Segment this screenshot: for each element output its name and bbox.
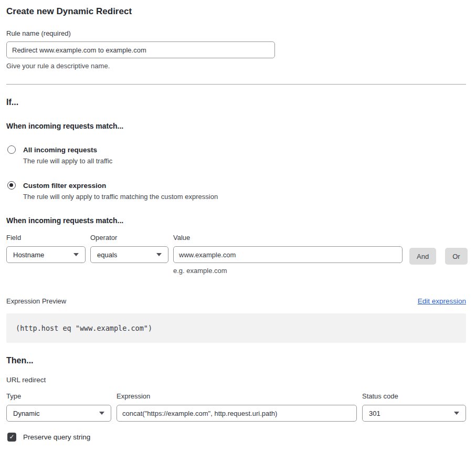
radio-label: All incoming requests bbox=[23, 145, 112, 155]
if-heading: If... bbox=[6, 98, 466, 107]
operator-label: Operator bbox=[90, 234, 168, 242]
field-label: Field bbox=[6, 234, 86, 242]
action-type-label: URL redirect bbox=[6, 376, 466, 384]
section-divider bbox=[6, 84, 466, 85]
radio-button-unchecked[interactable] bbox=[7, 145, 16, 154]
then-heading: Then... bbox=[6, 356, 466, 365]
status-code-select[interactable]: 301 bbox=[362, 405, 466, 422]
match-heading: When incoming requests match... bbox=[6, 122, 466, 130]
value-label: Value bbox=[173, 234, 403, 242]
create-redirect-form: Create new Dynamic Redirect Rule name (r… bbox=[0, 0, 476, 451]
preserve-query-string-label: Preserve query string bbox=[23, 433, 90, 441]
type-label: Type bbox=[6, 392, 111, 400]
status-code-value: 301 bbox=[369, 410, 380, 417]
filter-match-heading: When incoming requests match... bbox=[6, 216, 466, 225]
field-select[interactable]: Hostname bbox=[6, 246, 86, 263]
checkbox-checked[interactable]: ✓ bbox=[7, 433, 16, 442]
chevron-down-icon bbox=[454, 412, 459, 415]
radio-description: The rule will apply to all traffic bbox=[23, 156, 112, 166]
radio-label: Custom filter expression bbox=[23, 181, 218, 191]
page-title: Create new Dynamic Redirect bbox=[6, 6, 466, 17]
redirect-config-row: Type Dynamic Expression Status code 301 bbox=[6, 392, 466, 422]
filter-builder-row: Field Hostname Operator equals Value e.g… bbox=[6, 234, 466, 275]
operator-select[interactable]: equals bbox=[90, 246, 168, 263]
operator-select-value: equals bbox=[97, 251, 117, 259]
redirect-expression-input[interactable] bbox=[117, 405, 357, 422]
status-code-label: Status code bbox=[362, 392, 466, 400]
radio-option-custom-filter[interactable]: Custom filter expression The rule will o… bbox=[6, 181, 466, 202]
expression-preview-label: Expression Preview bbox=[6, 297, 66, 305]
rule-name-input[interactable] bbox=[6, 41, 275, 58]
type-select-value: Dynamic bbox=[13, 410, 40, 417]
radio-option-all-requests[interactable]: All incoming requests The rule will appl… bbox=[6, 145, 466, 166]
expression-preview-code: (http.host eq "www.example.com") bbox=[6, 313, 466, 343]
edit-expression-link[interactable]: Edit expression bbox=[418, 297, 466, 305]
value-input[interactable] bbox=[173, 246, 403, 263]
type-select[interactable]: Dynamic bbox=[6, 405, 111, 422]
field-select-value: Hostname bbox=[13, 251, 44, 259]
chevron-down-icon bbox=[73, 253, 79, 256]
and-button[interactable]: And bbox=[409, 248, 436, 265]
or-button[interactable]: Or bbox=[445, 248, 467, 265]
radio-button-checked[interactable] bbox=[7, 181, 16, 190]
radio-description: The rule will only apply to traffic matc… bbox=[23, 192, 218, 202]
expression-label: Expression bbox=[117, 392, 357, 400]
value-hint: e.g. example.com bbox=[173, 267, 403, 275]
rule-name-label: Rule name (required) bbox=[6, 29, 466, 37]
chevron-down-icon bbox=[99, 412, 104, 415]
preserve-query-string-option[interactable]: ✓ Preserve query string bbox=[6, 433, 466, 442]
rule-name-help: Give your rule a descriptive name. bbox=[6, 62, 466, 70]
chevron-down-icon bbox=[156, 253, 162, 256]
